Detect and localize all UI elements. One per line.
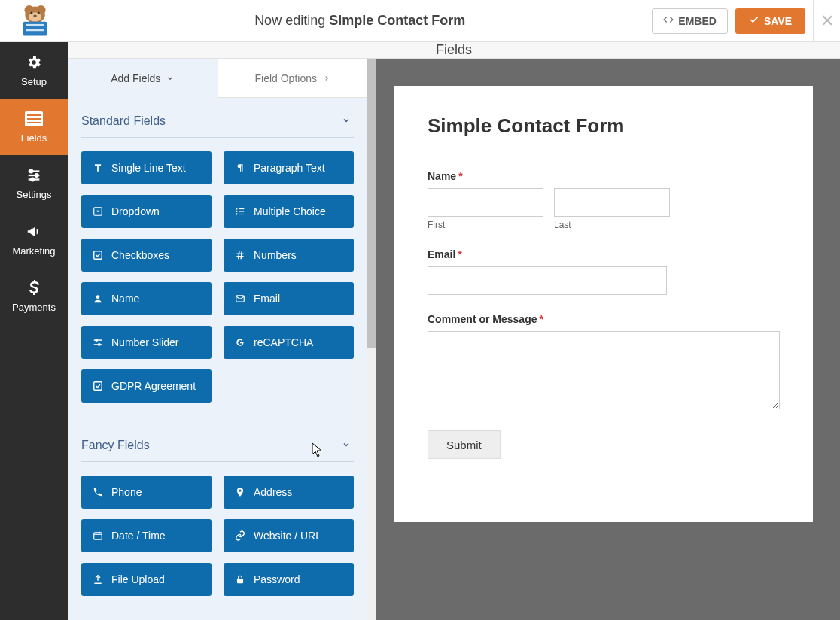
form-title: Simple Contact Form [428,114,780,138]
tab-field-options[interactable]: Field Options [218,59,368,98]
section-header: Fields [68,42,840,59]
sidebar-item-settings[interactable]: Settings [0,155,68,211]
field-date-time[interactable]: Date / Time [81,519,212,552]
submit-button[interactable]: Submit [428,430,501,459]
svg-point-25 [236,213,237,214]
svg-rect-24 [239,211,244,211]
field-dropdown[interactable]: Dropdown [81,195,212,228]
google-icon [234,336,246,348]
link-icon [234,530,246,542]
svg-rect-12 [27,118,41,120]
svg-rect-11 [27,114,41,116]
field-password[interactable]: Password [224,563,354,596]
embed-button[interactable]: EMBED [652,8,728,34]
last-name-input[interactable] [554,188,670,217]
field-multiple-choice[interactable]: Multiple Choice [224,195,354,228]
preview-email-field[interactable]: Email* [428,248,780,295]
hashtag-icon [234,249,246,261]
field-label: Email* [428,248,780,260]
lock-icon [234,573,246,585]
sidebar-item-fields[interactable]: Fields [0,99,68,155]
check-square-icon [92,380,104,392]
form-preview: Simple Contact Form Name* First Last [367,59,840,620]
field-website-url[interactable]: Website / URL [224,519,354,552]
calendar-icon [92,530,104,542]
field-email[interactable]: Email [224,282,354,315]
list-ul-icon [234,205,246,217]
list-icon [25,110,43,128]
chevron-down-icon [342,439,351,452]
close-icon: ✕ [820,11,834,31]
user-icon [92,293,104,305]
group-standard-fields[interactable]: Standard Fields [81,98,354,138]
paragraph-icon [234,162,246,174]
message-textarea[interactable] [428,331,780,409]
sidebar: Setup Fields Settings Marketing Payments [0,42,68,620]
svg-point-19 [31,178,34,181]
fields-panel: Add Fields Field Options [68,59,367,620]
svg-rect-22 [239,208,244,209]
save-button[interactable]: SAVE [735,8,805,34]
check-icon [749,14,759,27]
svg-point-23 [236,211,237,212]
page-title: Now editing Simple Contact Form [68,13,652,29]
gear-icon [25,53,43,71]
svg-rect-39 [94,533,102,539]
preview-message-field[interactable]: Comment or Message* [428,313,780,412]
field-label: Name* [428,170,780,182]
envelope-icon [234,293,246,305]
field-file-upload[interactable]: File Upload [81,563,212,596]
panel-scrollbar[interactable] [367,59,376,620]
form-card: Simple Contact Form Name* First Last [394,86,813,522]
field-paragraph-text[interactable]: Paragraph Text [224,151,354,184]
caret-square-icon [92,205,104,217]
svg-rect-43 [237,579,243,583]
sidebar-item-label: Marketing [12,245,55,257]
close-button[interactable]: ✕ [813,0,840,42]
svg-rect-8 [26,23,44,26]
tab-add-fields[interactable]: Add Fields [68,59,218,98]
svg-point-6 [33,14,37,17]
sidebar-item-setup[interactable]: Setup [0,42,68,99]
field-gdpr-agreement[interactable]: GDPR Agreement [81,369,212,403]
sidebar-item-label: Fields [21,132,47,144]
sublabel-last: Last [554,220,670,230]
text-icon [92,162,104,174]
svg-point-36 [96,339,97,341]
check-square-icon [92,249,104,261]
bullhorn-icon [25,223,43,241]
svg-rect-27 [94,251,102,260]
map-marker-icon [234,486,246,498]
field-name[interactable]: Name [81,282,212,315]
svg-line-30 [239,251,239,260]
top-header: Now editing Simple Contact Form EMBED SA… [0,0,840,42]
sidebar-item-marketing[interactable]: Marketing [0,211,68,268]
svg-point-37 [99,344,100,345]
upload-icon [92,573,104,585]
svg-point-21 [236,208,237,209]
sidebar-item-label: Payments [12,302,56,313]
app-logo [0,0,68,42]
group-fancy-fields[interactable]: Fancy Fields [81,422,354,462]
svg-rect-9 [26,29,44,31]
field-checkboxes[interactable]: Checkboxes [81,239,212,272]
sidebar-item-label: Settings [17,189,52,200]
svg-point-17 [30,170,33,173]
preview-name-field[interactable]: Name* First Last [428,170,780,230]
chevron-right-icon [323,72,330,84]
sidebar-item-payments[interactable]: Payments [0,268,68,324]
phone-icon [92,486,104,498]
field-address[interactable]: Address [224,476,354,509]
email-input[interactable] [428,266,667,295]
field-recaptcha[interactable]: reCAPTCHA [224,326,354,359]
field-numbers[interactable]: Numbers [224,239,354,272]
first-name-input[interactable] [428,188,543,217]
divider [428,150,780,150]
field-phone[interactable]: Phone [81,476,212,509]
svg-rect-13 [27,122,41,123]
chevron-down-icon [342,114,351,128]
field-number-slider[interactable]: Number Slider [81,326,212,359]
field-single-line-text[interactable]: Single Line Text [81,151,212,184]
sublabel-first: First [428,220,543,230]
dollar-icon [25,279,43,297]
